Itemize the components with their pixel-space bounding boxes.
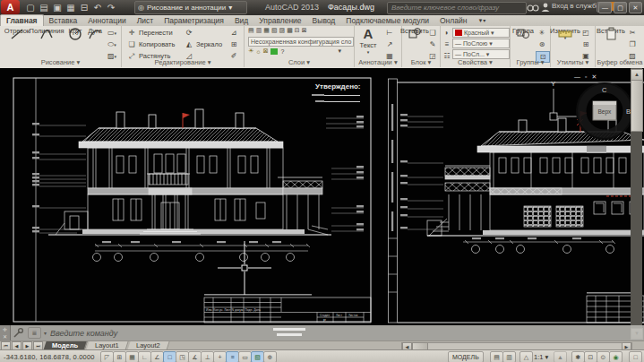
annotation-scale-button[interactable]: 1:1 ▾: [534, 353, 548, 361]
toggle-ortho[interactable]: ∟: [138, 351, 151, 362]
ungroup-icon[interactable]: ✳: [536, 28, 548, 38]
redo-icon[interactable]: ↷: [106, 3, 116, 13]
model-space-button[interactable]: МОДЕЛЬ: [448, 351, 484, 362]
clean-screen-button[interactable]: □: [629, 351, 642, 362]
layer-color-swatch[interactable]: [270, 48, 278, 55]
tab-annotate[interactable]: Аннотации: [82, 15, 132, 26]
workspace-dropdown[interactable]: ◎ Рисование и аннотации ▾: [134, 1, 247, 14]
drawing-area[interactable]: Изм. Кол.уч. Лист N докум. Подп. Дата Ст…: [0, 68, 644, 340]
panel-title-layers[interactable]: Слои ▾: [245, 58, 354, 66]
plot-icon[interactable]: ⊟: [79, 3, 90, 13]
tab-insert[interactable]: Вставка: [44, 15, 83, 26]
command-line[interactable]: ✛✕ ≣ ▾ Введите команду: [0, 325, 644, 340]
save-as-icon[interactable]: ▦: [65, 3, 76, 13]
left-facade-sheet[interactable]: Изм. Кол.уч. Лист N докум. Подп. Дата Ст…: [13, 77, 373, 328]
create-block-icon[interactable]: ❑: [426, 28, 439, 38]
text-button[interactable]: А Текст▾: [356, 27, 380, 55]
panel-title-modify[interactable]: Редактирование ▾: [122, 58, 244, 66]
new-icon[interactable]: ▢: [25, 3, 36, 13]
layer-lock-icon[interactable]: ⊠: [263, 47, 269, 55]
quick-view-drawings-icon[interactable]: ▥: [502, 351, 516, 362]
color-dropdown[interactable]: Красный ▾: [452, 28, 510, 38]
copy-button[interactable]: Копировать: [139, 40, 175, 48]
toggle-transparency[interactable]: ▭: [238, 351, 252, 362]
group-button[interactable]: Группа: [511, 27, 536, 35]
layer-state-dropdown[interactable]: Несохраненная конфигурация сло ▾: [248, 37, 354, 47]
layer-row[interactable]: ☀ ☼ ⊠ ? ▾: [248, 47, 341, 55]
toggle-selection-cycling[interactable]: ⊕: [263, 351, 277, 362]
viewcube[interactable]: Верх С В: [579, 84, 632, 136]
copy-icon[interactable]: ❏: [125, 39, 138, 49]
quick-calc-icon[interactable]: ⊞: [580, 39, 592, 49]
wrench-icon[interactable]: [13, 327, 24, 339]
close-button[interactable]: ✕: [629, 2, 642, 13]
layer-on-icon[interactable]: ☀: [248, 47, 253, 55]
circle-button[interactable]: Круг: [64, 27, 86, 35]
edit-block-icon[interactable]: ✎: [426, 39, 439, 49]
doc-minimize-button[interactable]: —: [574, 73, 580, 81]
hardware-accel-icon[interactable]: ⊙: [597, 351, 610, 362]
save-icon[interactable]: ▣: [52, 3, 63, 13]
annotation-visibility-icon[interactable]: △: [519, 351, 533, 362]
autocad-logo-icon[interactable]: A: [1, 0, 20, 14]
undo-icon[interactable]: ↶: [92, 3, 103, 13]
cut-icon[interactable]: ✂: [626, 28, 639, 38]
chevron-down-icon[interactable]: ▾: [44, 330, 47, 336]
quick-select-icon[interactable]: ◰: [580, 28, 592, 38]
tab-layout[interactable]: Лист: [132, 15, 159, 26]
toggle-ducs[interactable]: ⊥: [201, 351, 214, 362]
auto-scale-icon[interactable]: ▲: [554, 351, 567, 362]
ellipse-tool-icon[interactable]: ⬭▾: [106, 39, 118, 49]
measure-button[interactable]: Измерить▾: [551, 27, 580, 40]
recent-commands-icon[interactable]: ≣: [28, 327, 41, 339]
vertical-scrollbar[interactable]: ▲ ▼: [631, 68, 642, 339]
group-edit-icon[interactable]: ⊛: [536, 39, 548, 49]
tab-view[interactable]: Вид: [229, 15, 253, 26]
search-binoculars-icon[interactable]: [527, 3, 539, 13]
line-button[interactable]: Отрезок: [2, 27, 32, 35]
rotate-icon[interactable]: ⟳: [183, 28, 195, 38]
restore-button[interactable]: ▢: [614, 2, 627, 13]
tab-parametric[interactable]: Параметризация: [159, 15, 229, 26]
quick-view-layouts-icon[interactable]: ▤: [490, 351, 503, 362]
tab-online[interactable]: Онлайн: [434, 15, 472, 26]
panel-title-draw[interactable]: Рисование ▾: [0, 58, 121, 66]
toggle-grid[interactable]: ▦: [125, 351, 139, 362]
match-props-icon[interactable]: ◗: [441, 28, 453, 38]
scale-icon[interactable]: ⊿: [228, 28, 240, 38]
vertical-scroll-thumb[interactable]: [631, 80, 643, 132]
move-icon[interactable]: ✛: [125, 28, 138, 38]
doc-restore-button[interactable]: ▫: [585, 73, 587, 81]
toggle-otrack[interactable]: ∡: [188, 351, 202, 362]
insert-block-button[interactable]: Вставить: [402, 27, 427, 35]
toggle-snap[interactable]: ⊞: [113, 351, 126, 362]
command-input[interactable]: Введите команду: [50, 329, 117, 338]
toggle-quick-properties[interactable]: ▧: [251, 351, 264, 362]
polyline-button[interactable]: Полилиния: [29, 27, 64, 35]
ribbon-minimize-icon[interactable]: ▼▾: [472, 15, 491, 26]
tab-manage[interactable]: Управление: [253, 15, 306, 26]
move-button[interactable]: Перенести: [139, 29, 173, 37]
toggle-dyn[interactable]: +: [213, 351, 227, 362]
command-line-grip[interactable]: ✛✕: [0, 325, 11, 340]
toggle-polar[interactable]: ∠: [150, 351, 164, 362]
lineweight-dropdown[interactable]: — ПоСлою ▾: [452, 39, 510, 48]
toggle-lineweight[interactable]: ≡: [226, 351, 239, 362]
mirror-icon[interactable]: ◭: [183, 39, 195, 49]
doc-close-button[interactable]: ✕: [591, 73, 597, 81]
arc-button[interactable]: Дуга: [85, 27, 105, 35]
array-icon[interactable]: ⊞: [228, 39, 240, 49]
tab-home[interactable]: Главная: [0, 14, 44, 26]
copy-clip-icon[interactable]: ❐: [626, 39, 639, 49]
toggle-osnap[interactable]: □: [163, 351, 176, 362]
tab-output[interactable]: Вывод: [307, 15, 341, 26]
dimension-icon[interactable]: ⊢: [383, 28, 396, 38]
toolbar-lock-icon[interactable]: ⊡: [584, 351, 597, 362]
panel-title-groups[interactable]: Группы ▾: [511, 58, 550, 66]
rectangle-tool-icon[interactable]: ▭▾: [106, 28, 118, 38]
layer-tools-row[interactable]: ▤▥▦▧▨▩⊟⊠: [248, 27, 307, 34]
paste-button[interactable]: Вставить: [597, 27, 624, 35]
mirror-button[interactable]: Зеркало: [196, 40, 222, 48]
panel-title-properties[interactable]: Свойства ▾: [441, 58, 510, 66]
leader-icon[interactable]: ↗: [383, 39, 396, 49]
